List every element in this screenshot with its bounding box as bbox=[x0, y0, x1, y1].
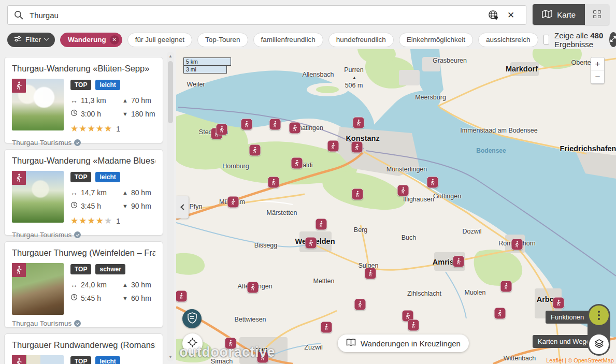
filter-chip[interactable]: für Juli geeignet bbox=[127, 33, 192, 47]
ascent-icon: ▲ bbox=[122, 190, 128, 196]
hiking-tour-marker[interactable] bbox=[316, 219, 327, 230]
hiking-tour-marker[interactable] bbox=[257, 352, 268, 363]
stat-value: 24,0 km bbox=[81, 281, 107, 289]
filter-chip-list: für Juli geeignetTop-Tourenfamilienfreun… bbox=[127, 33, 538, 47]
tour-title: Thurgauer Rundwanderweg (Romansh… bbox=[12, 340, 155, 350]
hiking-tour-marker[interactable] bbox=[290, 123, 300, 134]
hiking-tour-marker[interactable] bbox=[268, 177, 279, 188]
scroll-up-arrow[interactable]: ▲ bbox=[167, 54, 174, 59]
hiking-tour-marker[interactable] bbox=[241, 119, 252, 130]
badge-top: TOP bbox=[70, 356, 91, 364]
tour-title: Thurgauer Thurweg (Weinfelden – Frau… bbox=[12, 248, 155, 258]
hiking-tour-marker[interactable] bbox=[353, 118, 364, 128]
hiking-tour-marker[interactable] bbox=[512, 239, 523, 250]
map-icon bbox=[542, 10, 552, 20]
filter-chip[interactable]: hundefreundlich bbox=[328, 33, 394, 47]
hiking-tour-marker[interactable] bbox=[292, 158, 303, 169]
hiking-tour-marker[interactable] bbox=[270, 119, 281, 130]
remove-filter-icon[interactable]: ✕ bbox=[110, 35, 119, 45]
tour-card[interactable]: Thurgau-Wanderung «Blüten-Sepp»TOPleicht… bbox=[4, 57, 163, 143]
locate-me-button[interactable] bbox=[182, 333, 203, 354]
map-scale-control: 5 km 3 mi bbox=[183, 57, 231, 74]
hiking-tour-marker[interactable] bbox=[352, 142, 363, 153]
stat-duration: 3:45 h bbox=[70, 201, 122, 210]
source-name: Thurgau Tourismus bbox=[12, 139, 71, 147]
tour-card[interactable]: Thurgauer Thurweg (Weinfelden – Frau…TOP… bbox=[4, 241, 163, 328]
results-label: Zeige alle 480 Ergebnisse bbox=[554, 31, 604, 49]
filter-chip[interactable]: Top-Touren bbox=[197, 33, 248, 47]
map-attribution[interactable]: Leaflet | © OpenStreetMap bbox=[546, 357, 614, 363]
chevron-down-icon bbox=[44, 36, 49, 41]
top-bar: ✕ Karte bbox=[0, 0, 616, 30]
stat-ascent: ▲30 hm bbox=[122, 281, 155, 289]
hiking-tour-marker[interactable] bbox=[352, 189, 363, 200]
layers-icon bbox=[594, 338, 605, 351]
tour-source: Thurgau Tourismus bbox=[12, 231, 155, 239]
hiking-tour-marker[interactable] bbox=[553, 298, 564, 309]
context-region-button[interactable]: Wanderungen in Kreuzlingen bbox=[338, 334, 469, 352]
globe-location-icon[interactable] bbox=[484, 6, 502, 24]
active-filter-chip-wanderung[interactable]: Wanderung ✕ bbox=[60, 33, 122, 47]
filter-chip[interactable]: familienfreundlich bbox=[253, 33, 323, 47]
hiking-tour-marker[interactable] bbox=[250, 145, 261, 156]
hiking-tour-marker[interactable] bbox=[427, 177, 438, 188]
hiking-tour-marker[interactable] bbox=[176, 291, 187, 302]
hiking-activity-icon bbox=[12, 355, 26, 364]
hiking-tour-marker[interactable] bbox=[453, 256, 464, 267]
rating-count: 1 bbox=[116, 217, 120, 225]
hiking-tour-marker[interactable] bbox=[408, 320, 419, 331]
scale-mi: 3 mi bbox=[183, 65, 227, 74]
hiking-tour-marker[interactable] bbox=[501, 281, 512, 292]
stat-ascent: ▲70 hm bbox=[122, 96, 155, 105]
duration-icon bbox=[70, 201, 78, 210]
hiking-tour-marker[interactable] bbox=[355, 299, 366, 310]
grid-view-button[interactable] bbox=[585, 4, 609, 25]
pro-badge-button[interactable] bbox=[182, 309, 202, 328]
view-toggle: Karte bbox=[533, 4, 609, 25]
tour-card[interactable]: Thurgau-Wanderung «Madame Bluesc…TOPleic… bbox=[4, 149, 163, 236]
hiking-tour-marker[interactable] bbox=[328, 141, 339, 152]
zoom-out-button[interactable]: − bbox=[591, 70, 604, 83]
stat-value: 80 hm bbox=[131, 188, 151, 197]
hiking-tour-marker[interactable] bbox=[248, 282, 259, 293]
stat-descent: ▼180 hm bbox=[122, 109, 155, 118]
zoom-in-button[interactable]: + bbox=[591, 57, 604, 70]
expand-results-button[interactable] bbox=[609, 32, 616, 47]
duration-icon bbox=[70, 294, 78, 302]
hiking-tour-marker[interactable] bbox=[398, 185, 409, 196]
filter-chip[interactable]: aussichtsreich bbox=[478, 33, 538, 47]
tour-card[interactable]: Thurgauer Rundwanderweg (Romansh…TOPleic… bbox=[4, 333, 163, 364]
results-controls: Zeige alle 480 Ergebnisse bbox=[543, 31, 616, 49]
star-filled-icon: ★ bbox=[104, 124, 112, 134]
layers-button[interactable] bbox=[589, 334, 609, 354]
hiking-tour-marker[interactable] bbox=[321, 322, 332, 333]
stat-value: 5:45 h bbox=[81, 294, 101, 302]
scrollbar-thumb[interactable] bbox=[168, 61, 173, 123]
hiking-tour-marker[interactable] bbox=[217, 124, 227, 135]
clear-search-icon[interactable]: ✕ bbox=[502, 6, 520, 24]
stat-value: 180 hm bbox=[131, 110, 155, 118]
hiking-tour-marker[interactable] bbox=[306, 238, 317, 249]
grid-icon bbox=[593, 10, 601, 19]
functions-button[interactable] bbox=[589, 305, 609, 325]
stat-distance: ↔24,0 km bbox=[70, 281, 122, 289]
hiking-tour-marker[interactable] bbox=[495, 308, 506, 319]
hiking-tour-marker[interactable] bbox=[228, 197, 239, 208]
hiking-tour-marker[interactable] bbox=[225, 338, 236, 349]
tour-thumbnail bbox=[12, 171, 64, 223]
descent-icon: ▼ bbox=[122, 295, 128, 301]
funktionen-tooltip: Funktionen bbox=[546, 311, 589, 324]
search-box[interactable]: ✕ bbox=[7, 5, 526, 25]
crosshair-icon bbox=[187, 337, 198, 350]
hiking-tour-marker[interactable] bbox=[365, 268, 376, 279]
show-all-results-checkbox[interactable] bbox=[543, 35, 549, 45]
scroll-down-arrow[interactable]: ▼ bbox=[167, 355, 174, 359]
list-scrollbar[interactable]: ▲ ▼ bbox=[167, 52, 174, 361]
map-view-button[interactable]: Karte bbox=[533, 4, 585, 25]
collapse-sidebar-button[interactable] bbox=[176, 196, 189, 219]
duration-icon bbox=[70, 109, 78, 118]
tour-title: Thurgau-Wanderung «Blüten-Sepp» bbox=[12, 64, 155, 74]
search-input[interactable] bbox=[30, 11, 484, 20]
filter-chip[interactable]: Einkehrmöglichkeit bbox=[399, 33, 473, 47]
filter-button[interactable]: Filter bbox=[7, 33, 55, 47]
